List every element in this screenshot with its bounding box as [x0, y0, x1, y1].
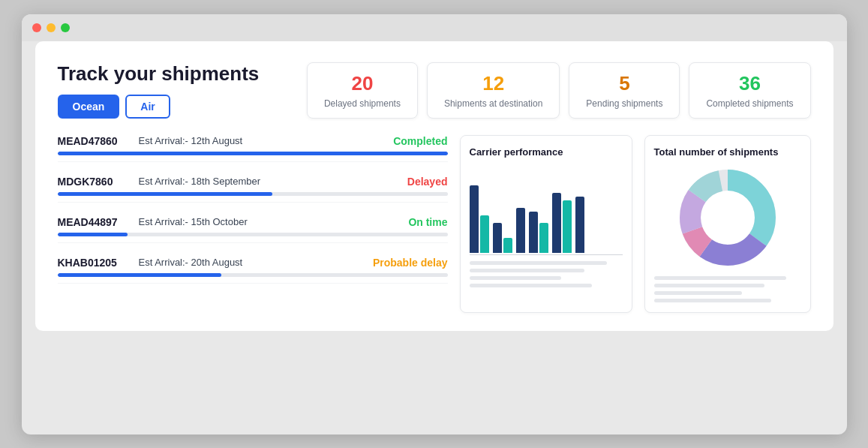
completed-label: Completed shipments	[706, 98, 793, 109]
donut-line	[654, 284, 764, 287]
carrier-performance-panel: Carrier performance	[460, 135, 632, 313]
shipment-top: MDGK7860 Est Arrival:- 18th September De…	[58, 176, 448, 188]
page-title: Track your shipments	[58, 62, 260, 86]
app-window: Track your shipments Ocean Air 20 Delaye…	[22, 14, 847, 434]
bar-teal	[480, 215, 489, 253]
titlebar	[22, 14, 847, 41]
bar-group	[529, 212, 548, 253]
pending-stat-card: 5 Pending shipments	[569, 62, 680, 119]
donut-chart-title: Total number of shipments	[654, 146, 801, 158]
title-section: Track your shipments Ocean Air	[58, 62, 260, 119]
divider	[58, 242, 448, 243]
bar-group	[470, 185, 489, 253]
completed-stat-card: 36 Completed shipments	[689, 62, 810, 119]
bar-teal	[563, 200, 572, 253]
progress-bar-fill	[58, 192, 272, 196]
main-row: MEAD47860 Est Arrival:- 12th August Comp…	[58, 135, 811, 313]
progress-bar-bg	[58, 192, 448, 196]
donut-panel: Total number of shipments	[644, 135, 811, 313]
ship-id: MEAD47860	[58, 135, 125, 147]
progress-bar-fill	[58, 273, 221, 277]
bar-dark	[516, 208, 525, 253]
bar-dark	[470, 185, 479, 253]
delayed-stat-card: 20 Delayed shipments	[307, 62, 418, 119]
progress-bar-fill	[58, 233, 128, 236]
chart-line	[470, 261, 608, 265]
bar-group	[516, 208, 525, 253]
donut-svg	[675, 165, 780, 270]
progress-bar-bg	[58, 273, 448, 277]
ship-arrival: Est Arrival:- 20th August	[139, 257, 359, 268]
donut-lines	[654, 276, 801, 302]
progress-bar-bg	[58, 152, 448, 155]
shipment-item: MEAD47860 Est Arrival:- 12th August Comp…	[58, 135, 448, 162]
bar-dark	[575, 197, 584, 253]
pending-count: 5	[586, 72, 662, 95]
ship-id: MDGK7860	[58, 176, 125, 188]
shipments-panel: MEAD47860 Est Arrival:- 12th August Comp…	[58, 135, 448, 313]
shipment-item: KHAB01205 Est Arrival:- 20th August Prob…	[58, 257, 448, 284]
carrier-chart-title: Carrier performance	[470, 146, 623, 158]
ship-status: Probable delay	[373, 257, 448, 269]
divider	[58, 283, 448, 284]
delayed-label: Delayed shipments	[324, 98, 401, 109]
ship-status: Completed	[373, 135, 448, 147]
bar-chart	[470, 165, 623, 255]
donut-line	[654, 299, 772, 302]
air-button[interactable]: Air	[125, 95, 170, 119]
divider	[58, 161, 448, 162]
donut-line	[654, 276, 786, 280]
chart-line	[470, 269, 584, 272]
bar-dark	[529, 212, 538, 253]
divider	[58, 202, 448, 203]
shipment-item: MEAD44897 Est Arrival:- 15th October On …	[58, 216, 448, 243]
shipment-item: MDGK7860 Est Arrival:- 18th September De…	[58, 176, 448, 203]
donut-container	[654, 165, 801, 270]
progress-bar-bg	[58, 233, 448, 236]
bar-dark	[552, 193, 561, 253]
ocean-button[interactable]: Ocean	[58, 95, 120, 119]
shipment-top: MEAD44897 Est Arrival:- 15th October On …	[58, 216, 448, 228]
chart-line	[470, 276, 561, 280]
main-content: Track your shipments Ocean Air 20 Delaye…	[35, 41, 833, 331]
maximize-dot[interactable]	[61, 23, 70, 32]
shipment-top: MEAD47860 Est Arrival:- 12th August Comp…	[58, 135, 448, 147]
destination-count: 12	[444, 72, 542, 95]
donut-line	[654, 291, 743, 295]
delayed-count: 20	[324, 72, 401, 95]
ship-status: On time	[373, 216, 448, 228]
ship-id: KHAB01205	[58, 257, 125, 269]
shipment-top: KHAB01205 Est Arrival:- 20th August Prob…	[58, 257, 448, 269]
ship-arrival: Est Arrival:- 15th October	[139, 216, 359, 227]
stats-row: 20 Delayed shipments 12 Shipments at des…	[307, 62, 811, 119]
chart-lines	[470, 261, 623, 287]
completed-count: 36	[706, 72, 793, 95]
minimize-dot[interactable]	[47, 23, 56, 32]
pending-label: Pending shipments	[586, 98, 662, 109]
bar-group	[575, 197, 584, 253]
bar-teal	[503, 238, 512, 253]
ship-status: Delayed	[373, 176, 448, 188]
progress-bar-fill	[58, 152, 448, 155]
bar-group	[493, 223, 512, 253]
ship-arrival: Est Arrival:- 12th August	[139, 135, 359, 146]
ship-arrival: Est Arrival:- 18th September	[139, 176, 359, 187]
ship-id: MEAD44897	[58, 216, 125, 228]
chart-line	[470, 284, 592, 287]
destination-stat-card: 12 Shipments at destination	[427, 62, 560, 119]
header-row: Track your shipments Ocean Air 20 Delaye…	[58, 62, 811, 119]
bar-group	[552, 193, 572, 253]
bar-dark	[493, 223, 502, 253]
close-dot[interactable]	[32, 23, 41, 32]
destination-label: Shipments at destination	[444, 98, 542, 109]
bar-teal	[539, 223, 548, 253]
transport-mode-buttons: Ocean Air	[58, 95, 260, 119]
svg-point-6	[703, 193, 752, 242]
